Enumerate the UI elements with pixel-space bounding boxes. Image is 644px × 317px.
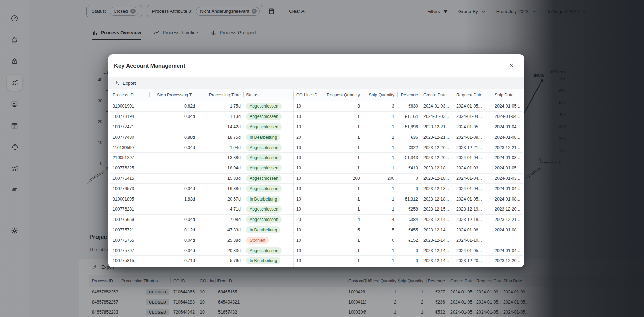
table-row[interactable]: 1007781940.04d1.13dAbgeschlossen1011€1,1… <box>110 112 523 122</box>
table-cell: 2024-01-04... <box>492 184 522 194</box>
table-cell: 1 <box>363 256 397 266</box>
table-cell: 0.04d <box>149 215 198 225</box>
column-header[interactable]: Processing Time <box>198 89 243 101</box>
table-cell: 0.12d <box>149 225 198 235</box>
table-cell: 100775721 <box>110 225 149 235</box>
table-cell: 1.83d <box>149 194 198 204</box>
table-cell: In Bearbeitung <box>243 194 293 204</box>
table-cell: 10 <box>293 225 325 235</box>
table-cell: 14.42d <box>198 122 243 132</box>
table-cell: 2023-12-21... <box>492 215 522 225</box>
column-header[interactable]: Step Processing T... <box>149 89 198 101</box>
table-cell: In Bearbeitung <box>243 225 293 235</box>
table-cell: 2024-01-05... <box>492 101 522 111</box>
table-cell: 20.67d <box>198 194 243 204</box>
table-cell: 100775797 <box>110 245 149 255</box>
table-cell: 2024-01-05... <box>454 194 492 204</box>
table-row[interactable]: 1101395900.04d1.04dAbgeschlossen1011€322… <box>110 142 523 153</box>
table-cell <box>149 174 198 184</box>
table-row[interactable]: 10077747114.42dAbgeschlossen1011€1,89620… <box>110 122 523 132</box>
table-cell: 2023-12-18... <box>421 174 454 184</box>
table-cell: €1,343 <box>397 153 421 163</box>
table-cell: 2024-01-05... <box>454 101 492 111</box>
table-row[interactable]: 3100019010.62d1.75dAbgeschlossen1033€630… <box>110 101 523 112</box>
column-header[interactable]: Create Date <box>421 89 454 101</box>
table-row[interactable]: 1007757210.12d47.33dIn Bearbeitung1055€4… <box>110 225 523 235</box>
status-badge: Abgeschlossen <box>246 247 282 254</box>
table-cell: In Bearbeitung <box>243 132 293 142</box>
export-label: Export <box>123 81 136 86</box>
column-header[interactable]: Request Quantity <box>325 89 363 101</box>
export-button[interactable]: Export <box>114 80 136 86</box>
column-header[interactable]: Status <box>243 89 293 101</box>
table-cell: 5 <box>363 225 397 235</box>
table-cell: 20 <box>293 215 325 225</box>
table-cell: 1 <box>325 184 363 194</box>
table-cell: 1 <box>363 112 397 122</box>
table-cell: 10 <box>293 112 325 122</box>
table-cell: Abgeschlossen <box>243 163 293 173</box>
table-row[interactable]: 3100018951.83d20.67dIn Bearbeitung1011€1… <box>110 194 523 204</box>
modal-table: Process IDStep Processing T...Processing… <box>110 89 523 266</box>
table-cell: 3 <box>363 101 397 111</box>
close-x-icon[interactable] <box>508 62 515 69</box>
table-cell: 310001895 <box>110 194 149 204</box>
table-cell: 200 <box>325 174 363 184</box>
table-cell: 2023-12-14... <box>421 256 454 266</box>
column-header[interactable]: Ship Date <box>492 89 522 101</box>
table-row[interactable]: 1007762814.71dAbgeschlossen1011€2582023-… <box>110 204 523 215</box>
table-cell: 100776573 <box>110 184 149 194</box>
table-cell: 100777471 <box>110 122 149 132</box>
table-cell: 1.13d <box>198 112 243 122</box>
table-cell: 25.38d <box>198 235 243 245</box>
table-cell: Abgeschlossen <box>243 245 293 255</box>
column-header[interactable]: CO Line ID <box>293 89 325 101</box>
application-window: Status: Closed ✕ Process Attribute 3: Ni… <box>0 0 644 317</box>
table-cell: 10 <box>293 235 325 245</box>
table-cell: 16.88d <box>198 184 243 194</box>
table-row[interactable]: 1007774800.88d18.75dIn Bearbeitung2011€3… <box>110 132 523 142</box>
table-cell <box>149 163 198 173</box>
table-cell: 1 <box>325 204 363 214</box>
table-cell: €1,312 <box>397 194 421 204</box>
table-cell: 100778194 <box>110 112 149 122</box>
table-row[interactable]: 10077632518.04dAbgeschlossen1011€4102023… <box>110 163 523 174</box>
table-row[interactable]: 1007756590.04d7.08dAbgeschlossen2044€384… <box>110 215 523 225</box>
table-cell: 2024-01-04... <box>492 112 522 122</box>
table-row[interactable]: 1007757970.04d20.83dAbgeschlossen1011020… <box>110 245 523 256</box>
status-badge: Abgeschlossen <box>246 123 282 130</box>
table-cell: 1.75d <box>198 101 243 111</box>
column-header[interactable]: Request Date <box>454 89 492 101</box>
table-cell: Abgeschlossen <box>243 101 293 111</box>
column-header[interactable]: Revenue <box>397 89 421 101</box>
column-header[interactable]: Process ID <box>110 89 149 101</box>
table-cell <box>492 235 522 245</box>
table-cell: 10 <box>293 163 325 173</box>
table-cell: Abgeschlossen <box>243 174 293 184</box>
table-cell: 0.88d <box>149 132 198 142</box>
table-row[interactable]: 1007757550.04d25.38dStorniert1010€152202… <box>110 235 523 245</box>
table-cell: 10 <box>293 194 325 204</box>
table-cell: 2024-01-03... <box>492 174 522 184</box>
column-header[interactable]: Ship Quantity <box>363 89 397 101</box>
table-cell: 100777480 <box>110 132 149 142</box>
table-cell: 5 <box>325 225 363 235</box>
table-row[interactable]: 1007765730.04d16.88dAbgeschlossen1011020… <box>110 184 523 194</box>
status-badge: In Bearbeitung <box>246 134 280 141</box>
table-cell: 100775755 <box>110 235 149 245</box>
table-row[interactable]: 21005129713.88dAbgeschlossen1011€1,34320… <box>110 153 523 163</box>
table-cell: €258 <box>397 204 421 214</box>
table-cell: 18.75d <box>198 132 243 142</box>
table-cell <box>149 153 198 163</box>
table-cell: 0.04d <box>149 184 198 194</box>
table-cell: 100776325 <box>110 163 149 173</box>
table-row[interactable]: 10077641515.83dAbgeschlossen102002000202… <box>110 174 523 184</box>
table-cell: 2024-01-04... <box>454 174 492 184</box>
table-cell: 2023-12-20... <box>492 256 522 266</box>
table-cell: €630 <box>397 101 421 111</box>
table-cell: 4.71d <box>198 204 243 214</box>
status-badge: Abgeschlossen <box>246 185 282 192</box>
table-row[interactable]: 1007758150.71d5.79dIn Bearbeitung1011020… <box>110 256 523 266</box>
table-cell: 2024-01-05... <box>454 245 492 255</box>
table-cell: 1 <box>363 142 397 152</box>
